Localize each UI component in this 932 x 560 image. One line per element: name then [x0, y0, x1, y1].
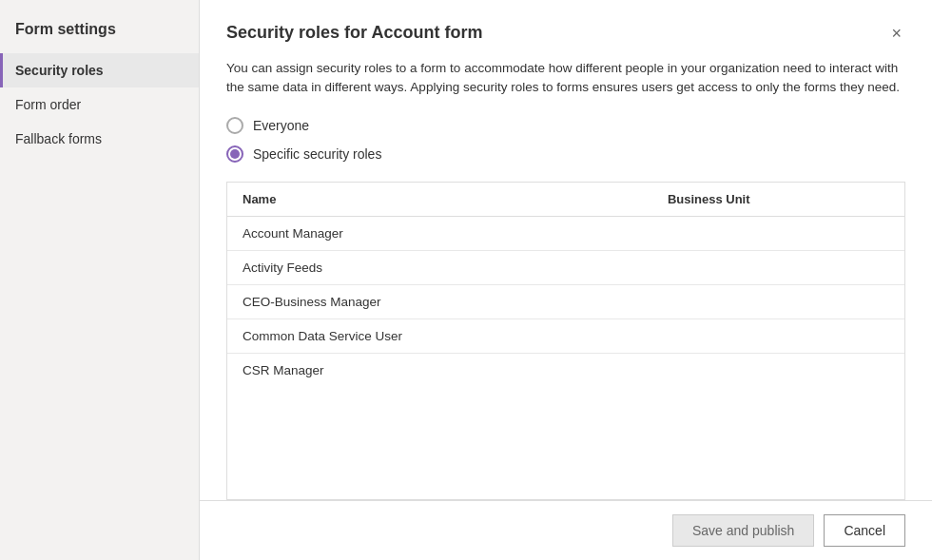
sidebar: Form settings Security roles Form order …: [0, 0, 200, 560]
close-button[interactable]: ×: [887, 23, 905, 44]
dialog-footer: Save and publish Cancel: [200, 500, 932, 560]
cell-name: CEO-Business Manager: [227, 284, 652, 319]
save-publish-button[interactable]: Save and publish: [672, 514, 814, 547]
table-row[interactable]: CEO-Business Manager: [227, 284, 904, 319]
table-row[interactable]: CSR Manager: [227, 353, 904, 387]
cancel-button[interactable]: Cancel: [824, 514, 905, 547]
radio-group: Everyone Specific security roles: [226, 117, 905, 163]
cell-name: Common Data Service User: [227, 319, 652, 353]
table-header-row: Name Business Unit: [227, 183, 904, 217]
sidebar-item-fallback-forms[interactable]: Fallback forms: [0, 122, 199, 156]
table-scroll[interactable]: Name Business Unit Account Manager Activ…: [227, 183, 904, 500]
sidebar-title: Form settings: [0, 10, 199, 53]
radio-everyone[interactable]: Everyone: [226, 117, 905, 134]
sidebar-item-security-roles[interactable]: Security roles: [0, 53, 199, 87]
cell-business-unit: [652, 284, 904, 319]
dialog-description: You can assign security roles to a form …: [226, 59, 905, 98]
table-row[interactable]: Account Manager: [227, 216, 904, 250]
cell-business-unit: [652, 250, 904, 284]
roles-table-container: Name Business Unit Account Manager Activ…: [226, 182, 905, 501]
table-row[interactable]: Activity Feeds: [227, 250, 904, 284]
table-row[interactable]: Common Data Service User: [227, 319, 904, 353]
sidebar-item-form-order[interactable]: Form order: [0, 87, 199, 122]
cell-business-unit: [652, 319, 904, 353]
dialog-title: Security roles for Account form: [226, 23, 482, 43]
cell-business-unit: [652, 353, 904, 387]
dialog-header: Security roles for Account form ×: [226, 23, 905, 44]
main-content: Security roles for Account form × You ca…: [200, 0, 932, 560]
column-name: Name: [227, 183, 652, 217]
radio-specific-label: Specific security roles: [253, 146, 381, 162]
radio-everyone-label: Everyone: [253, 118, 309, 133]
cell-name: CSR Manager: [227, 353, 652, 387]
cell-name: Activity Feeds: [227, 250, 652, 284]
radio-everyone-input[interactable]: [226, 117, 243, 134]
radio-specific[interactable]: Specific security roles: [226, 145, 905, 163]
roles-table: Name Business Unit Account Manager Activ…: [227, 183, 904, 387]
dialog: Security roles for Account form × You ca…: [200, 0, 932, 500]
column-business-unit: Business Unit: [652, 183, 904, 217]
cell-business-unit: [652, 216, 904, 250]
cell-name: Account Manager: [227, 216, 652, 250]
radio-specific-input[interactable]: [226, 145, 243, 163]
